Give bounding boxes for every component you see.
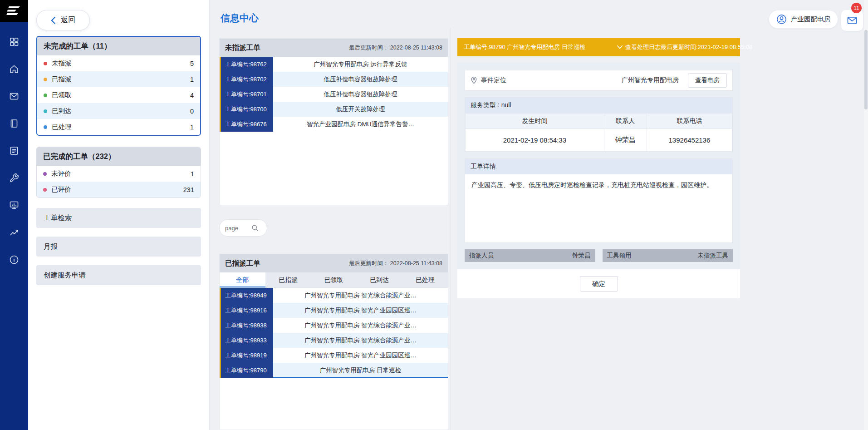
link-create-service-request[interactable]: 创建服务申请	[36, 265, 201, 285]
work-order-row[interactable]: 工单编号:98949 广州智光专用配电房 智光综合能源产业…	[220, 288, 448, 303]
table-row: 2021-02-19 08:54:33 钟荣昌 13926452136	[466, 129, 732, 152]
header-contact-name: 联系人	[604, 114, 647, 129]
work-order-row[interactable]: 工单编号:98919 广州智光专用配电房 智光产业园园区巡…	[220, 348, 448, 363]
stat-count: 4	[190, 92, 194, 99]
work-order-row[interactable]: 工单编号:98916 广州智光专用配电房 智光产业园园区巡…	[220, 303, 448, 318]
wrench-icon	[9, 173, 19, 183]
service-type-label: 服务类型 : null	[465, 98, 732, 113]
stat-count: 1	[191, 170, 194, 178]
panel-title: 未指派工单	[225, 43, 260, 53]
scrollbar-thumb[interactable]	[864, 30, 868, 109]
order-details-text: 产业园高压、专变、低压电房定时巡检检查记录，充电桩充电站巡视检查，园区维护。	[465, 174, 732, 242]
sidebar-item-info[interactable]	[0, 246, 28, 273]
sidebar-item-home[interactable]	[0, 55, 28, 83]
confirm-button[interactable]: 确定	[580, 276, 618, 292]
stat-row-assigned[interactable]: 已指派 1	[37, 71, 200, 87]
monitor-chart-icon	[9, 200, 19, 210]
work-order-desc: 广州智光专用配电房 智光产业园园区巡…	[273, 351, 448, 360]
unfinished-stat-list: 未指派 5 已指派 1 已领取 4 已到达 0 已处理 1	[37, 55, 200, 135]
search-input[interactable]	[225, 225, 249, 232]
status-dot	[44, 125, 47, 129]
sidebar-item-reports[interactable]	[0, 219, 28, 246]
stat-label: 已处理	[52, 123, 72, 131]
status-tabs: 全部 已指派 已领取 已到达 已处理	[220, 272, 448, 288]
link-order-search[interactable]: 工单检索	[36, 208, 201, 228]
stat-label: 已评价	[51, 185, 71, 194]
stat-row-rated[interactable]: 已评价 231	[37, 182, 201, 198]
work-order-desc: 广州智光专用配电房 智光综合能源产业…	[273, 321, 448, 330]
work-order-row[interactable]: 工单编号:98701 低压补偿电容器组故障处理	[220, 87, 448, 102]
stat-row-unrated[interactable]: 未评价 1	[37, 166, 201, 182]
link-monthly-report[interactable]: 月报	[36, 237, 201, 257]
work-order-row[interactable]: 工单编号:98700 低压开关故障处理	[220, 102, 448, 117]
account-menu[interactable]: 产业园配电房	[769, 10, 838, 29]
stat-row-unassigned[interactable]: 未指派 5	[37, 55, 200, 71]
stat-count: 1	[190, 76, 194, 83]
view-log-toggle[interactable]: 查看处理日志	[617, 43, 661, 51]
work-order-id: 工单编号:98701	[220, 87, 273, 102]
search-icon[interactable]	[251, 224, 259, 232]
sidebar-nav	[0, 22, 28, 273]
work-order-id: 工单编号:98762	[220, 57, 273, 72]
stat-count: 1	[190, 124, 194, 131]
back-button[interactable]: 返回	[36, 10, 90, 30]
stat-row-claimed[interactable]: 已领取 4	[37, 87, 200, 103]
stat-row-processed[interactable]: 已处理 1	[37, 119, 200, 135]
left-panel: 返回 未完成的工单（11） 未指派 5 已指派 1 已领取 4 已到达	[28, 0, 210, 430]
assignee-label: 指派人员	[469, 252, 494, 260]
app-sidebar	[0, 0, 28, 430]
sidebar-item-monitor[interactable]	[0, 192, 28, 219]
sidebar-item-docs[interactable]	[0, 110, 28, 137]
stat-count: 5	[190, 60, 194, 67]
tab-processed[interactable]: 已处理	[402, 272, 448, 287]
view-room-button[interactable]: 查看电房	[688, 73, 727, 88]
tab-claimed[interactable]: 已领取	[311, 272, 357, 287]
last-updated: 最后更新时间： 2022-08-25 11:43:08	[349, 44, 442, 52]
header-occurred-time: 发生时间	[466, 114, 604, 129]
unfinished-card-title: 未完成的工单（11）	[37, 37, 200, 55]
sidebar-item-orders[interactable]	[0, 137, 28, 164]
work-order-row[interactable]: 工单编号:98676 智光产业园配电房 DMU通信异常告警…	[220, 117, 448, 132]
contact-name: 钟荣昌	[604, 129, 647, 152]
tools-bar: 工具领用 未指派工具	[603, 249, 733, 262]
stat-label: 未指派	[52, 59, 72, 68]
assigned-list: 工单编号:98949 广州智光专用配电房 智光综合能源产业… 工单编号:9891…	[220, 288, 448, 378]
location-pin-icon	[471, 76, 477, 84]
user-icon	[776, 14, 787, 25]
finished-stat-list: 未评价 1 已评价 231	[37, 166, 201, 198]
sidebar-item-apps[interactable]	[0, 28, 28, 55]
work-order-desc: 广州智光专用配电房 智光综合能源产业…	[273, 336, 448, 345]
work-order-desc: 低压补偿电容器组故障处理	[273, 75, 448, 84]
stat-row-arrived[interactable]: 已到达 0	[37, 103, 200, 119]
apps-icon	[9, 37, 19, 47]
work-order-row[interactable]: 工单编号:98938 广州智光专用配电房 智光综合能源产业…	[220, 318, 448, 333]
order-details-box: 工单详情 产业园高压、专变、低压电房定时巡检检查记录，充电桩充电站巡视检查，园区…	[465, 158, 733, 243]
tab-all[interactable]: 全部	[220, 272, 265, 287]
table-header-row: 发生时间 联系人 联系电话	[466, 114, 732, 129]
work-order-row[interactable]: 工单编号:98702 低压补偿电容器组故障处理	[220, 72, 448, 87]
work-order-row[interactable]: 工单编号:98762 广州智光专用配电房 运行异常反馈	[220, 57, 448, 72]
tools-value: 未指派工具	[698, 252, 729, 260]
header-contact-phone: 联系电话	[647, 114, 732, 129]
back-label: 返回	[61, 15, 75, 25]
assignee-bar: 指派人员 钟荣昌	[465, 249, 595, 262]
stat-label: 已领取	[52, 91, 72, 99]
page-scrollbar[interactable]	[864, 0, 868, 430]
order-summary-bar: 工单编号:98790 广州智光专用配电房 日常巡检 查看处理日志 最后更新时间:…	[457, 38, 740, 56]
work-order-row[interactable]: 工单编号:98933 广州智光专用配电房 智光综合能源产业…	[220, 333, 448, 348]
order-details-title: 工单详情	[465, 159, 732, 174]
app-logo[interactable]	[0, 0, 28, 22]
mail-icon	[847, 15, 858, 26]
work-order-id: 工单编号:98700	[220, 102, 273, 117]
page-title: 信息中心	[221, 12, 259, 25]
sidebar-item-messages[interactable]	[0, 83, 28, 110]
work-order-row-selected[interactable]: 工单编号:98790 广州智光专用配电房 日常巡检	[220, 363, 448, 378]
sidebar-item-tools[interactable]	[0, 164, 28, 192]
tab-arrived[interactable]: 已到达	[357, 272, 402, 287]
work-order-id: 工单编号:98938	[220, 318, 273, 333]
assigned-panel: 已指派工单 最后更新时间： 2022-08-25 11:43:08 全部 已指派…	[219, 254, 448, 430]
logo-icon	[6, 5, 22, 17]
work-order-desc: 广州智光专用配电房 日常巡检	[273, 366, 448, 375]
messages-button[interactable]	[841, 10, 863, 31]
tab-assigned[interactable]: 已指派	[265, 272, 311, 287]
